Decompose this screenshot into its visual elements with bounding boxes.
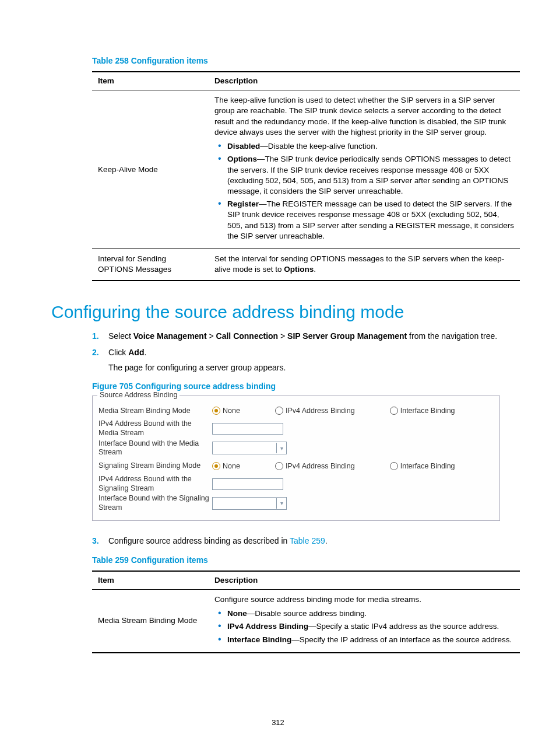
source-address-binding-fieldset: Source Address Binding Media Stream Bind… xyxy=(92,396,500,521)
figure-705-caption: Figure 705 Configuring source address bi… xyxy=(92,382,505,391)
table-259-header-desc: Description xyxy=(209,571,520,590)
step-number: 3. xyxy=(92,535,99,547)
label-media-iface: Interface Bound with the Media Stream xyxy=(98,439,212,457)
select-sig-iface[interactable]: ▾ xyxy=(212,497,287,510)
radio-icon xyxy=(212,407,220,415)
label-media-ipv4: IPv4 Address Bound with the Media Stream xyxy=(98,419,212,438)
radio-icon xyxy=(275,407,283,415)
table-259-row0-item: Media Stream Binding Mode xyxy=(92,589,209,652)
table-258-row0-intro: The keep-alive function is used to detec… xyxy=(214,95,514,138)
list-item: Options—The SIP trunk device periodicall… xyxy=(214,154,514,197)
table-258-header-item: Item xyxy=(92,72,209,90)
radio-icon xyxy=(275,462,283,470)
label-sig-mode: Signaling Stream Binding Mode xyxy=(98,461,212,471)
radio-icon xyxy=(212,462,220,470)
table-259-row0-desc: Configure source address binding mode fo… xyxy=(209,589,520,652)
step-3: 3. Configure source address binding as d… xyxy=(92,535,506,547)
input-media-ipv4[interactable] xyxy=(212,423,283,435)
radio-media-ipv4[interactable]: IPv4 Address Binding xyxy=(275,407,355,415)
radio-sig-iface[interactable]: Interface Binding xyxy=(390,462,455,470)
input-sig-ipv4[interactable] xyxy=(212,478,283,490)
list-item: IPv4 Address Binding—Specify a static IP… xyxy=(214,621,514,632)
table-259-header-item: Item xyxy=(92,571,209,590)
chevron-down-icon: ▾ xyxy=(276,498,286,509)
select-media-iface[interactable]: ▾ xyxy=(212,442,287,454)
radio-icon xyxy=(390,407,398,415)
row-sig-mode: Signaling Stream Binding Mode None IPv4 … xyxy=(98,459,494,474)
row-media-iface: Interface Bound with the Media Stream ▾ xyxy=(98,439,494,457)
row-media-mode: Media Stream Binding Mode None IPv4 Addr… xyxy=(98,403,494,418)
table-258: Item Description Keep-Alive Mode The kee… xyxy=(92,71,520,281)
table-258-header-desc: Description xyxy=(209,72,520,90)
list-item: None—Disable source address binding. xyxy=(214,608,514,619)
list-item: Interface Binding—Specify the IP address… xyxy=(214,635,514,645)
step-1: 1. Select Voice Management > Call Connec… xyxy=(92,330,506,342)
row-media-ipv4: IPv4 Address Bound with the Media Stream xyxy=(98,419,494,438)
table-259-row0-bullets: None—Disable source address binding. IPv… xyxy=(214,608,514,645)
radio-sig-ipv4[interactable]: IPv4 Address Binding xyxy=(275,462,355,470)
label-sig-ipv4: IPv4 Address Bound with the Signaling St… xyxy=(98,475,212,493)
radio-icon xyxy=(390,462,398,470)
table-258-row0-desc: The keep-alive function is used to detec… xyxy=(209,90,520,249)
chevron-down-icon: ▾ xyxy=(276,443,286,453)
step-2: 2. Click Add. The page for configuring a… xyxy=(92,346,506,374)
page-number: 312 xyxy=(0,718,556,727)
table-259-caption: Table 259 Configuration items xyxy=(92,555,505,565)
table-259-row0-intro: Configure source address binding mode fo… xyxy=(214,594,514,605)
label-sig-iface: Interface Bound with the Signaling Strea… xyxy=(98,494,212,512)
radio-media-iface[interactable]: Interface Binding xyxy=(390,407,455,415)
table-row: Keep-Alive Mode The keep-alive function … xyxy=(92,90,520,249)
step-number: 1. xyxy=(92,330,99,342)
table-row: Media Stream Binding Mode Configure sour… xyxy=(92,589,520,652)
row-sig-ipv4: IPv4 Address Bound with the Signaling St… xyxy=(98,475,494,493)
table-258-row1-item: Interval for Sending OPTIONS Messages xyxy=(92,249,209,281)
radio-sig-none[interactable]: None xyxy=(212,462,240,470)
table-row: Interval for Sending OPTIONS Messages Se… xyxy=(92,249,520,281)
steps-list: 1. Select Voice Management > Call Connec… xyxy=(92,330,506,374)
fieldset-legend: Source Address Binding xyxy=(97,391,180,399)
table-258-caption: Table 258 Configuration items xyxy=(92,56,505,65)
table-259: Item Description Media Stream Binding Mo… xyxy=(92,570,520,653)
list-item: Disabled—Disable the keep-alive function… xyxy=(214,141,514,152)
table-258-row0-bullets: Disabled—Disable the keep-alive function… xyxy=(214,141,514,242)
row-sig-iface: Interface Bound with the Signaling Strea… xyxy=(98,494,494,512)
label-media-mode: Media Stream Binding Mode xyxy=(98,407,212,416)
table-258-row0-item: Keep-Alive Mode xyxy=(92,90,209,249)
table-258-row1-desc: Set the interval for sending OPTIONS mes… xyxy=(209,249,520,281)
list-item: Register—The REGISTER message can be use… xyxy=(214,199,514,242)
radio-media-none[interactable]: None xyxy=(212,407,240,415)
section-heading: Configuring the source address binding m… xyxy=(51,302,505,322)
steps-list-cont: 3. Configure source address binding as d… xyxy=(92,535,506,547)
step-number: 2. xyxy=(92,346,99,358)
link-table-259[interactable]: Table 259 xyxy=(290,536,325,545)
step-2-sub: The page for configuring a server group … xyxy=(108,362,506,373)
